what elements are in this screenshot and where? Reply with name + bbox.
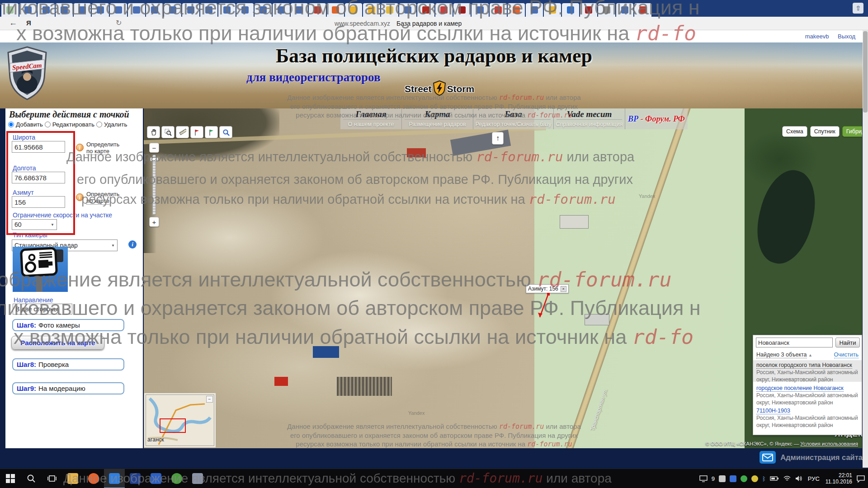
find-button[interactable]: Найти	[835, 338, 860, 347]
define-on-map-link[interactable]: Определить по карте	[86, 191, 119, 204]
browser-tab[interactable]	[273, 3, 290, 17]
browser-tab[interactable]	[345, 3, 362, 17]
browser-tab[interactable]	[146, 3, 163, 17]
browser-tab[interactable]	[128, 3, 145, 17]
scrollbar-thumb[interactable]	[863, 31, 868, 113]
browser-tab[interactable]	[236, 3, 254, 17]
browser-tab[interactable]	[74, 3, 91, 17]
refresh-icon[interactable]: ↻	[116, 19, 122, 27]
browser-tab[interactable]	[417, 3, 434, 17]
browser-tab[interactable]	[526, 3, 543, 17]
back-icon[interactable]: ←	[9, 18, 17, 28]
menu-item-vademecum[interactable]: Vade mecum Справочная информация	[553, 108, 625, 129]
browser-tab[interactable]	[309, 3, 326, 17]
menu-sublink[interactable]: О нашем проекте	[340, 120, 401, 127]
browser-tab[interactable]	[19, 3, 37, 17]
taskbar-app-firefox[interactable]	[83, 469, 104, 488]
browser-tab[interactable]	[327, 3, 344, 17]
define-on-map-link[interactable]: Определить по карте	[86, 141, 119, 155]
info-icon[interactable]: i	[76, 144, 84, 151]
zoom-in-button[interactable]: +	[149, 217, 159, 227]
browser-tab[interactable]	[164, 3, 181, 17]
azimuth-field[interactable]	[12, 196, 65, 208]
menu-item-map[interactable]: Карта Размещение радаров	[401, 108, 473, 129]
tray-overflow-count[interactable]: 9	[712, 475, 715, 482]
menu-sublink[interactable]: Редактор точек/Скачать базу	[473, 120, 553, 127]
browser-tab[interactable]	[182, 3, 199, 17]
window-button[interactable]: ⇧	[853, 3, 863, 14]
minimap-viewport[interactable]	[160, 418, 186, 433]
admin-label[interactable]: Администрация сайта	[780, 453, 863, 462]
browser-tab[interactable]	[508, 3, 525, 17]
bluetooth-icon[interactable]: ᛒ	[762, 475, 766, 482]
geo-search-input[interactable]	[756, 338, 833, 347]
pointer-settings-icon[interactable]	[719, 475, 726, 482]
search-result-item[interactable]: городское поселение Новоаганск Россия, Х…	[753, 383, 862, 408]
browser-tab[interactable]	[453, 3, 471, 17]
speedcam-logo[interactable]: SpeedCam	[6, 46, 48, 102]
browser-tab[interactable]	[544, 3, 561, 17]
result-title-link[interactable]: 71100Н-1903	[756, 408, 790, 414]
browser-tab[interactable]	[562, 3, 579, 17]
scrollbar[interactable]	[863, 30, 868, 468]
close-icon[interactable]: ×	[561, 286, 566, 292]
radio-delete[interactable]	[96, 122, 102, 127]
clock[interactable]: 22:01 11.10.2016	[826, 472, 852, 485]
info-icon[interactable]: i	[128, 240, 137, 249]
taskbar-app-green[interactable]	[166, 469, 187, 488]
browser-tab[interactable]	[92, 3, 109, 17]
battery-icon[interactable]	[770, 476, 779, 481]
menu-title[interactable]: Карта	[405, 108, 470, 120]
menu-item-base[interactable]: База Редактор точек/Скачать базу	[473, 108, 553, 129]
step8-box[interactable]: Шаг8:Проверка	[12, 358, 124, 371]
browser-tab[interactable]	[435, 3, 453, 17]
place-on-map-button[interactable]: Расположить на карте	[11, 336, 104, 350]
flag-green-icon[interactable]	[205, 126, 218, 138]
wifi-icon[interactable]	[783, 475, 791, 482]
radio-add[interactable]	[8, 122, 14, 127]
logout-link[interactable]: Выход	[838, 33, 855, 40]
address-bar[interactable]: www.speedcam.xyzБаза радаров и камер	[335, 20, 462, 27]
flag-red-icon[interactable]	[190, 126, 203, 138]
taskbar-app-code[interactable]	[125, 469, 146, 488]
browser-tab[interactable]	[56, 3, 73, 17]
menu-title[interactable]: Главная	[343, 108, 399, 120]
step9-box[interactable]: Шаг9:На модерацию	[12, 382, 124, 394]
longitude-field[interactable]	[12, 172, 65, 183]
network-globe-icon[interactable]	[741, 475, 747, 482]
speed-limit-select[interactable]: 60▼	[12, 219, 57, 230]
map-canvas[interactable]: Yandex Yandex Транспортная ул.	[144, 108, 862, 448]
search-result-item[interactable]: 71100Н-1903 Россия, Ханты-Мансийский авт…	[753, 406, 862, 431]
envelope-icon[interactable]	[760, 451, 776, 464]
volume-icon[interactable]	[795, 475, 802, 482]
taskbar-app-explorer[interactable]	[62, 469, 83, 488]
found-count-link[interactable]: Найдено 3 объекта ▲	[756, 352, 812, 358]
start-button[interactable]	[0, 469, 21, 488]
zoom-slider-handle[interactable]	[150, 157, 158, 161]
zoom-slider-track[interactable]	[152, 155, 156, 215]
browser-tab[interactable]	[634, 3, 651, 17]
browser-tab[interactable]	[110, 3, 127, 17]
taskbar-app-browser[interactable]	[104, 469, 125, 488]
menu-title[interactable]: Vade mecum	[557, 108, 622, 120]
browser-tab[interactable]	[580, 3, 597, 17]
menu-sublink[interactable]: Размещение радаров	[402, 120, 473, 127]
language-indicator[interactable]: РУС	[808, 475, 820, 482]
browser-tab[interactable]	[616, 3, 633, 17]
menu-item-home[interactable]: Главная О нашем проекте	[340, 108, 401, 129]
terms-link[interactable]: Условия использования	[800, 441, 858, 446]
username-link[interactable]: makeevb	[805, 33, 829, 40]
menu-sublink[interactable]: Справочная информация	[554, 120, 625, 127]
admin-contact[interactable]: Администрация сайта	[760, 451, 863, 464]
radio-edit[interactable]	[45, 122, 51, 127]
taskbar-search-icon[interactable]	[21, 469, 42, 488]
info-icon[interactable]: i	[76, 193, 84, 201]
pan-hand-icon[interactable]	[147, 126, 160, 138]
browser-tab[interactable]	[218, 3, 236, 17]
direction-select[interactable]: В две стороны▼	[13, 304, 72, 314]
zoom-select-icon[interactable]	[161, 126, 175, 138]
browser-tab[interactable]	[381, 3, 398, 17]
tray-app-blue-icon[interactable]	[730, 475, 736, 482]
display-icon[interactable]	[699, 475, 708, 482]
browser-tab[interactable]	[363, 3, 380, 17]
